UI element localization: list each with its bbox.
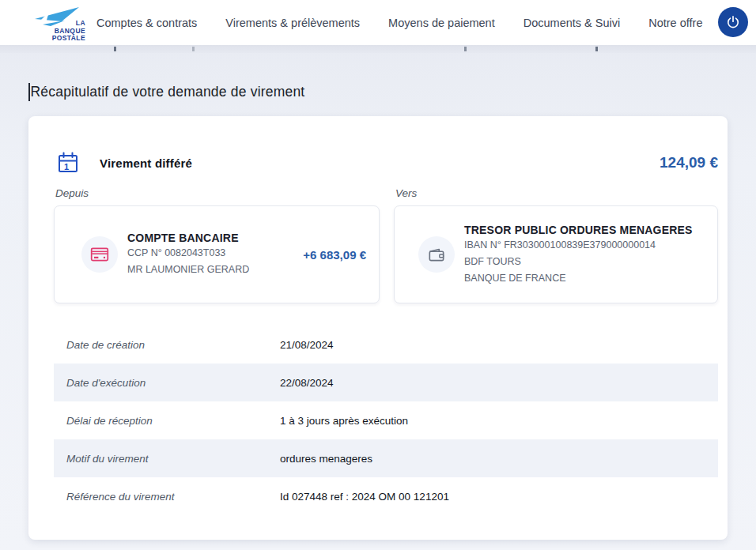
detail-row-reference: Référence du virement Id 027448 ref : 20… bbox=[54, 477, 718, 515]
transfer-details-list: Date de création 21/08/2024 Date d'exécu… bbox=[54, 326, 718, 515]
detail-value: 1 à 3 jours après exécution bbox=[280, 415, 408, 427]
bank-logo[interactable]: LA BANQUE POSTALE bbox=[30, 4, 87, 42]
detail-row-reception-delay: Délai de réception 1 à 3 jours après exé… bbox=[54, 401, 718, 439]
from-account-balance: +6 683,09 € bbox=[303, 248, 366, 262]
wallet-icon bbox=[426, 244, 447, 265]
main-nav: Comptes & contrats Virements & prélèveme… bbox=[96, 0, 702, 45]
from-account-inner: COMPTE BANCAIRE CCP N° 0082043T033 MR LA… bbox=[55, 206, 379, 303]
logo-line-postale: POSTALE bbox=[52, 35, 85, 43]
detail-value: Id 027448 ref : 2024 OM 00 121201 bbox=[280, 491, 449, 503]
page-title: Récapitulatif de votre demande de vireme… bbox=[31, 84, 305, 100]
nav-item-documents-suivi[interactable]: Documents & Suivi bbox=[524, 17, 621, 29]
clipped-text-fragment bbox=[595, 47, 598, 51]
text-cursor bbox=[28, 83, 30, 101]
detail-row-creation-date: Date de création 21/08/2024 bbox=[54, 326, 718, 364]
detail-row-motif: Motif du virement ordures menageres bbox=[54, 439, 718, 477]
transfer-summary-card: 1 Virement différé 124,09 € Depuis Vers … bbox=[28, 116, 728, 540]
power-icon bbox=[725, 14, 741, 30]
clipped-text-fragment bbox=[464, 47, 467, 51]
from-account-number: CCP N° 0082043T033 bbox=[127, 246, 249, 261]
to-account-bank: BANQUE DE FRANCE bbox=[464, 271, 693, 286]
logout-button[interactable] bbox=[718, 7, 748, 37]
nav-item-virements-prelevements[interactable]: Virements & prélèvements bbox=[225, 17, 360, 29]
detail-row-execution-date: Date d'exécution 22/08/2024 bbox=[54, 364, 718, 401]
logo-wordmark: LA BANQUE POSTALE bbox=[52, 20, 85, 43]
detail-label: Date de création bbox=[66, 339, 280, 351]
to-label: Vers bbox=[395, 187, 417, 199]
to-account-iban: IBAN N° FR303000100839E379000000014 bbox=[464, 238, 693, 253]
to-account-inner: TRESOR PUBLIC ORDURES MENAGERES IBAN N° … bbox=[395, 206, 717, 303]
detail-label: Délai de réception bbox=[66, 415, 280, 427]
from-account-holder: MR LAUMONIER GERARD bbox=[127, 262, 249, 277]
to-account-icon-circle bbox=[418, 236, 455, 273]
scrolled-content-strip bbox=[0, 45, 756, 53]
from-account-card[interactable]: COMPTE BANCAIRE CCP N° 0082043T033 MR LA… bbox=[54, 205, 380, 303]
to-account-name: TRESOR PUBLIC ORDURES MENAGERES bbox=[464, 224, 693, 236]
transfer-type-row: 1 Virement différé bbox=[55, 150, 718, 175]
from-label: Depuis bbox=[55, 187, 89, 199]
detail-label: Motif du virement bbox=[66, 453, 280, 465]
page-header: Récapitulatif de votre demande de vireme… bbox=[28, 83, 304, 101]
detail-label: Référence du virement bbox=[66, 491, 280, 503]
from-account-name: COMPTE BANCAIRE bbox=[127, 232, 249, 244]
detail-value: 21/08/2024 bbox=[280, 339, 334, 351]
top-navigation-bar: LA BANQUE POSTALE Comptes & contrats Vir… bbox=[0, 0, 756, 45]
bank-card-icon bbox=[89, 244, 110, 265]
svg-text:1: 1 bbox=[64, 162, 69, 171]
transfer-amount: 124,09 € bbox=[660, 154, 718, 171]
detail-value: 22/08/2024 bbox=[280, 377, 334, 389]
nav-item-notre-offre[interactable]: Notre offre bbox=[648, 17, 702, 29]
from-account-icon-circle bbox=[81, 236, 118, 273]
detail-value: ordures menageres bbox=[280, 453, 372, 465]
transfer-type-label: Virement différé bbox=[100, 156, 192, 170]
to-account-card[interactable]: TRESOR PUBLIC ORDURES MENAGERES IBAN N° … bbox=[394, 205, 718, 303]
to-account-branch: BDF TOURS bbox=[464, 254, 693, 269]
to-account-text: TRESOR PUBLIC ORDURES MENAGERES IBAN N° … bbox=[464, 224, 693, 286]
from-account-text: COMPTE BANCAIRE CCP N° 0082043T033 MR LA… bbox=[127, 232, 249, 277]
calendar-icon: 1 bbox=[55, 150, 81, 175]
nav-item-moyens-paiement[interactable]: Moyens de paiement bbox=[388, 17, 495, 29]
detail-label: Date d'exécution bbox=[66, 377, 280, 389]
clipped-text-fragment bbox=[114, 47, 116, 51]
clipped-text-fragment bbox=[192, 47, 195, 51]
nav-item-comptes-contrats[interactable]: Comptes & contrats bbox=[96, 17, 197, 29]
